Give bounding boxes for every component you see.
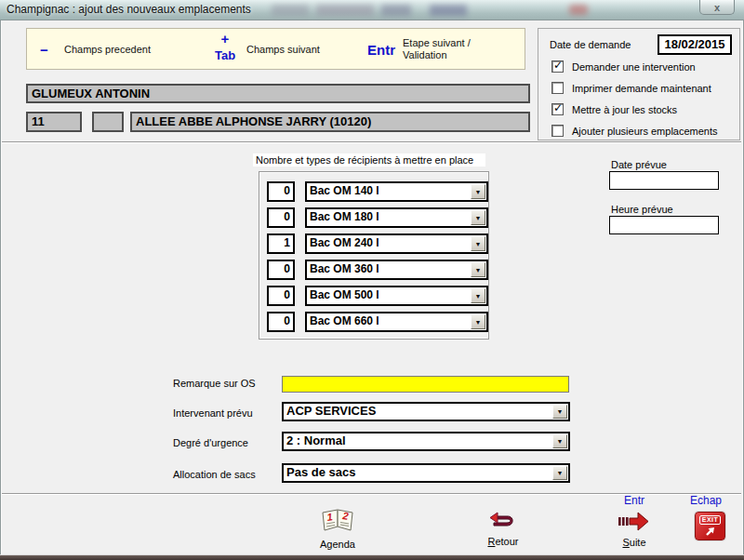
- intervenant-label: Intervenant prévu: [173, 407, 253, 419]
- checkbox-label: Ajouter plusieurs emplacements: [572, 126, 718, 137]
- qty-input-bac-om-500[interactable]: 0: [267, 286, 295, 306]
- street-complement-field[interactable]: [92, 112, 124, 132]
- type-dropdown-bac-om-180[interactable]: Bac OM 180 l▼: [305, 207, 488, 228]
- planned-time-field[interactable]: [609, 216, 719, 234]
- exit-arrow-icon: [704, 526, 716, 537]
- dropdown-value: Pas de sacs: [286, 465, 355, 479]
- hint-validate-label: Etape suivant / Validation: [403, 37, 471, 61]
- checkbox-demander-intervention[interactable]: ✓: [551, 60, 564, 73]
- retour-button-label: Retour: [472, 536, 534, 547]
- checkbox-label: Mettre à jour les stocks: [572, 104, 677, 115]
- recipients-section-title: Nombre et types de récipients à mettre e…: [253, 153, 485, 167]
- chevron-down-icon[interactable]: ▼: [471, 288, 485, 303]
- recipient-row: 0 Bac OM 500 l▼: [267, 286, 488, 306]
- close-button[interactable]: x: [699, 0, 735, 15]
- checkbox-imprimer-demande[interactable]: ✓: [551, 82, 564, 94]
- checkbox-mettre-a-jour-stocks[interactable]: ✓: [551, 103, 564, 115]
- qty-input-bac-om-180[interactable]: 0: [267, 207, 295, 228]
- agenda-calendar-icon: 1 2: [318, 505, 357, 534]
- dropdown-value: Bac OM 140 l: [310, 184, 379, 197]
- recipient-row: 1 Bac OM 240 l▼: [267, 233, 488, 254]
- remark-input[interactable]: [282, 376, 569, 393]
- chevron-down-icon[interactable]: ▼: [471, 314, 485, 329]
- title-bar: Champignac : ajout des nouveaux emplacem…: [0, 0, 744, 20]
- tab-key-icon: Tab: [209, 48, 241, 62]
- type-dropdown-bac-om-500[interactable]: Bac OM 500 l▼: [305, 286, 488, 306]
- window-bottom-border: [0, 554, 744, 560]
- suite-button[interactable]: Suite: [604, 505, 665, 548]
- type-dropdown-bac-om-660[interactable]: Bac OM 660 l▼: [305, 312, 488, 332]
- intervenant-dropdown[interactable]: ACP SERVICES▼: [282, 402, 570, 421]
- window-title: Champignac : ajout des nouveaux emplacem…: [7, 0, 251, 20]
- suite-button-label: Suite: [604, 537, 665, 548]
- dropdown-value: Bac OM 660 l: [310, 314, 379, 327]
- enter-key-icon: Entr: [367, 41, 395, 57]
- request-options-panel: Date de demande 18/02/2015 ✓ Demander un…: [538, 28, 740, 140]
- window-left-border: [0, 20, 2, 554]
- request-date-label: Date de demande: [550, 39, 631, 50]
- bags-dropdown[interactable]: Pas de sacs▼: [282, 463, 570, 483]
- checkbox-label: Demander une intervention: [572, 61, 696, 73]
- chevron-down-icon[interactable]: ▼: [471, 236, 485, 251]
- recipient-row: 0 Bac OM 180 l▼: [267, 207, 488, 228]
- close-icon: x: [714, 2, 720, 13]
- next-arrow-icon: [618, 510, 651, 532]
- redacted-title-mark: [569, 5, 588, 15]
- bags-label: Allocation de sacs: [173, 469, 256, 480]
- street-number-field[interactable]: 11: [26, 112, 82, 132]
- urgency-dropdown[interactable]: 2 : Normal▼: [282, 432, 570, 451]
- chevron-down-icon[interactable]: ▼: [471, 184, 485, 199]
- request-date-field[interactable]: 18/02/2015: [658, 34, 732, 55]
- separator-top: [2, 141, 741, 143]
- qty-input-bac-om-240[interactable]: 1: [267, 233, 295, 254]
- exit-icon-text: EXIT: [699, 515, 722, 525]
- chevron-down-icon[interactable]: ▼: [552, 434, 567, 448]
- type-dropdown-bac-om-240[interactable]: Bac OM 240 l▼: [305, 233, 488, 254]
- retour-button[interactable]: Retour: [472, 505, 534, 547]
- planned-time-label: Heure prévue: [611, 204, 673, 215]
- chevron-down-icon[interactable]: ▼: [471, 262, 485, 277]
- minus-key-icon: −: [40, 41, 48, 57]
- street-name-field[interactable]: ALLEE ABBE ALPHONSE JARRY (10120): [130, 112, 530, 132]
- planned-date-field[interactable]: [609, 171, 719, 190]
- hint-next-label: Champs suivant: [246, 44, 320, 55]
- dropdown-value: Bac OM 180 l: [310, 210, 379, 223]
- checkbox-ajouter-plusieurs[interactable]: ✓: [551, 125, 564, 137]
- qty-input-bac-om-140[interactable]: 0: [267, 181, 295, 202]
- recipient-row: 0 Bac OM 140 l▼: [267, 181, 488, 202]
- planned-date-label: Date prévue: [611, 159, 667, 170]
- check-icon: ✓: [553, 59, 563, 72]
- dropdown-value: ACP SERVICES: [286, 404, 376, 418]
- qty-input-bac-om-360[interactable]: 0: [267, 260, 295, 280]
- recipients-groupbox: 0 Bac OM 140 l▼ 0 Bac OM 180 l▼ 1 Bac OM…: [259, 171, 489, 340]
- escape-shortcut-label: Echap: [675, 494, 737, 507]
- plus-key-icon: +: [209, 33, 241, 45]
- check-icon: ✓: [553, 101, 563, 114]
- dialog-window: Champignac : ajout des nouveaux emplacem…: [0, 0, 744, 560]
- checkbox-label: Imprimer demande maintenant: [572, 83, 711, 94]
- client-name-field[interactable]: GLUMEUX ANTONIN: [26, 84, 530, 103]
- agenda-button[interactable]: 1 2 Agenda: [307, 505, 368, 550]
- qty-input-bac-om-660[interactable]: 0: [267, 312, 295, 332]
- hint-prev-label: Champs precedent: [64, 44, 151, 55]
- keyboard-hint-bar: − Champs precedent + Tab Champs suivant …: [26, 28, 525, 70]
- dropdown-value: Bac OM 500 l: [310, 288, 379, 301]
- recipient-row: 0 Bac OM 360 l▼: [267, 260, 488, 280]
- back-arrow-icon: [489, 511, 517, 531]
- agenda-button-label: Agenda: [307, 539, 368, 550]
- urgency-label: Degré d'urgence: [173, 437, 248, 448]
- chevron-down-icon[interactable]: ▼: [552, 466, 567, 480]
- chevron-down-icon[interactable]: ▼: [471, 210, 485, 225]
- type-dropdown-bac-om-360[interactable]: Bac OM 360 l▼: [305, 260, 488, 280]
- remark-label: Remarque sur OS: [173, 378, 256, 389]
- redacted-title-text: [272, 5, 519, 16]
- exit-button[interactable]: EXIT: [695, 512, 725, 540]
- dropdown-value: Bac OM 240 l: [310, 236, 379, 249]
- dropdown-value: 2 : Normal: [286, 433, 346, 447]
- type-dropdown-bac-om-140[interactable]: Bac OM 140 l▼: [305, 181, 488, 202]
- recipient-row: 0 Bac OM 660 l▼: [267, 312, 488, 332]
- dropdown-value: Bac OM 360 l: [310, 262, 379, 275]
- chevron-down-icon[interactable]: ▼: [552, 405, 567, 419]
